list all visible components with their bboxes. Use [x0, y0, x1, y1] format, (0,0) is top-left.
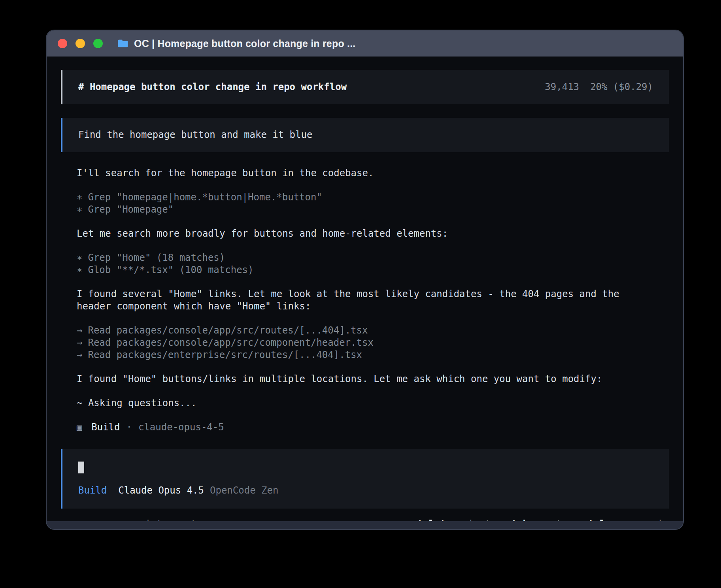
minimize-button[interactable]	[75, 39, 85, 48]
session-header: # Homepage button color change in repo w…	[61, 70, 669, 104]
tool-asterisk-icon: ∗	[77, 204, 82, 216]
shortcut-key-ctrl-p: ctrl+p	[583, 518, 617, 521]
read-arrow-icon: →	[77, 337, 82, 349]
shortcut-key-tab: tab	[511, 518, 528, 521]
tool-call-group: ∗Grep "Home" (18 matches)∗Glob "**/*.tsx…	[77, 252, 646, 276]
folder-icon	[117, 39, 129, 48]
tool-call-line: →Read packages/enterprise/src/routes/[..…	[77, 349, 646, 361]
tool-call-text: Read packages/enterprise/src/routes/[...…	[88, 349, 362, 361]
zoom-button[interactable]	[93, 39, 103, 48]
spinner-dots: ········	[62, 518, 108, 521]
shortcut-key-esc: esc	[123, 518, 140, 521]
token-count: 39,413	[545, 81, 579, 93]
window-controls	[58, 39, 103, 48]
assistant-text-line: I found several "Home" links. Let me loo…	[77, 288, 646, 313]
tool-call-group: →Read packages/console/app/src/routes/[.…	[77, 324, 646, 361]
shortcut-variants: ctrl+t variants	[411, 518, 496, 521]
assistant-text-block: I found "Home" buttons/links in multiple…	[77, 373, 646, 385]
assistant-text-line: I'll search for the homepage button in t…	[77, 167, 646, 179]
tool-call-group: ∗Grep "homepage|home.*button|Home.*butto…	[77, 191, 646, 216]
tool-call-line: ∗Grep "Home" (18 matches)	[77, 252, 646, 264]
tool-call-text: Grep "homepage|home.*button|Home.*button…	[88, 191, 322, 204]
agent-status-line: ▣ Build · claude-opus-4-5	[61, 421, 669, 433]
assistant-text-line: ~ Asking questions...	[77, 397, 646, 409]
shortcut-agents: tab agents	[511, 518, 568, 521]
assistant-text-line: I found "Home" buttons/links in multiple…	[77, 373, 646, 385]
tool-call-line: ∗Grep "Homepage"	[77, 204, 646, 216]
close-button[interactable]	[58, 39, 67, 48]
session-metrics: 39,413 20% ($0.29)	[545, 81, 653, 93]
assistant-text-line: Let me search more broadly for buttons a…	[77, 228, 646, 240]
agent-model-separator: ·	[126, 421, 132, 433]
assistant-text-block: I found several "Home" links. Let me loo…	[77, 288, 646, 313]
tool-call-text: Glob "**/*.tsx" (100 matches)	[88, 264, 253, 276]
agent-name: Build	[91, 421, 120, 433]
input-agent-mode[interactable]: Build	[78, 484, 107, 497]
read-arrow-icon: →	[77, 324, 82, 337]
session-title: # Homepage button color change in repo w…	[78, 81, 347, 93]
terminal-content: # Homepage button color change in repo w…	[47, 57, 683, 521]
tool-call-text: Read packages/console/app/src/routes/[..…	[88, 324, 368, 337]
agent-model: claude-opus-4-5	[138, 421, 224, 433]
tool-call-text: Grep "Home" (18 matches)	[88, 252, 225, 264]
tool-asterisk-icon: ∗	[77, 264, 82, 276]
tool-call-line: →Read packages/console/app/src/routes/[.…	[77, 324, 646, 337]
tool-asterisk-icon: ∗	[77, 191, 82, 204]
titlebar[interactable]: OC | Homepage button color change in rep…	[47, 30, 683, 57]
assistant-text-block: ~ Asking questions...	[77, 397, 646, 409]
shortcut-key-ctrl-t: ctrl+t	[411, 518, 446, 521]
status-bar-left: ········ esc interrupt	[62, 518, 196, 521]
tool-call-text: Read packages/console/app/src/component/…	[88, 337, 373, 349]
input-meta-row: Build Claude Opus 4.5 OpenCode Zen	[78, 484, 653, 497]
assistant-text-block: Let me search more broadly for buttons a…	[77, 228, 646, 240]
shortcut-label-variants: variants	[451, 518, 496, 521]
status-bar: ········ esc interrupt ctrl+t variants t…	[61, 509, 669, 521]
window-title-group: OC | Homepage button color change in rep…	[117, 38, 355, 49]
tool-call-line: →Read packages/console/app/src/component…	[77, 337, 646, 349]
tool-call-line: ∗Glob "**/*.tsx" (100 matches)	[77, 264, 646, 276]
prompt-input[interactable]: Build Claude Opus 4.5 OpenCode Zen	[61, 449, 669, 509]
tool-asterisk-icon: ∗	[77, 252, 82, 264]
window-title: OC | Homepage button color change in rep…	[134, 38, 355, 49]
shortcut-label-commands: commands	[621, 518, 667, 521]
user-message-text: Find the homepage button and make it blu…	[78, 129, 312, 140]
terminal-window: OC | Homepage button color change in rep…	[46, 30, 684, 530]
shortcut-commands: ctrl+p commands	[583, 518, 667, 521]
tool-call-text: Grep "Homepage"	[88, 204, 174, 216]
agent-badge-icon: ▣	[77, 421, 82, 433]
user-message: Find the homepage button and make it blu…	[61, 118, 669, 152]
status-bar-right: ctrl+t variants tab agents ctrl+p comman…	[411, 518, 667, 521]
assistant-text-block: I'll search for the homepage button in t…	[77, 167, 646, 179]
context-cost: 20% ($0.29)	[590, 81, 653, 93]
input-provider-name: OpenCode Zen	[210, 484, 278, 497]
input-model-name: Claude Opus 4.5	[118, 484, 204, 497]
tool-call-line: ∗Grep "homepage|home.*button|Home.*butto…	[77, 191, 646, 204]
shortcut-label-agents: agents	[533, 518, 568, 521]
shortcut-label-interrupt: interrupt	[145, 518, 196, 521]
read-arrow-icon: →	[77, 349, 82, 361]
transcript: I'll search for the homepage button in t…	[61, 167, 669, 421]
text-cursor-block	[78, 462, 84, 473]
